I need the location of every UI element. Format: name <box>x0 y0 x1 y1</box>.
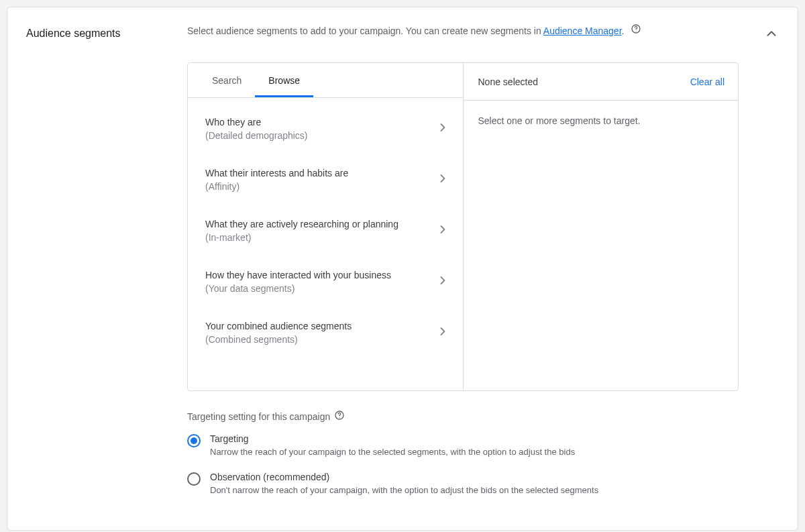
radio-title: Targeting <box>210 433 575 444</box>
category-title: How they have interacted with your busin… <box>205 268 428 282</box>
chevron-right-icon <box>436 325 449 341</box>
tab-search[interactable]: Search <box>199 63 255 97</box>
radio-observation[interactable]: Observation (recommended) Don't narrow t… <box>187 472 739 495</box>
selected-empty-text: Select one or more segments to target. <box>464 101 739 141</box>
tabs: Search Browse <box>188 63 463 98</box>
radio-button[interactable] <box>187 434 201 447</box>
intro-suffix: . <box>622 25 625 36</box>
chevron-right-icon <box>436 274 449 290</box>
category-sub: (Combined segments) <box>205 333 428 346</box>
category-sub: (Affinity) <box>205 180 428 193</box>
targeting-area: Targeting setting for this campaign Targ… <box>187 410 739 495</box>
panel-right: None selected Clear all Select one or mo… <box>464 63 739 390</box>
chevron-right-icon <box>436 172 449 188</box>
category-item-yourdata[interactable]: How they have interacted with your busin… <box>188 256 463 307</box>
svg-point-3 <box>339 417 340 418</box>
section-title: Audience segments <box>26 23 187 40</box>
category-item-demographics[interactable]: Who they are (Detailed demographics) <box>188 103 463 154</box>
help-icon[interactable] <box>631 23 641 34</box>
help-icon[interactable] <box>334 410 345 423</box>
collapse-button[interactable] <box>764 26 779 44</box>
radio-targeting[interactable]: Targeting Narrow the reach of your campa… <box>187 433 739 457</box>
audience-segments-card: Audience segments Select audience segmen… <box>7 7 798 531</box>
panel-left: Search Browse Who they are (Detailed dem… <box>188 63 464 390</box>
intro-text: Select audience segments to add to your … <box>187 23 752 38</box>
audience-manager-link[interactable]: Audience Manager <box>543 25 622 36</box>
category-item-affinity[interactable]: What their interests and habits are (Aff… <box>188 154 463 205</box>
svg-point-1 <box>636 31 637 32</box>
category-sub: (Your data segments) <box>205 282 428 295</box>
radio-title: Observation (recommended) <box>210 472 598 482</box>
category-item-inmarket[interactable]: What they are actively researching or pl… <box>188 205 463 256</box>
category-title: Your combined audience segments <box>205 319 428 333</box>
category-sub: (Detailed demographics) <box>205 129 428 142</box>
category-sub: (In-market) <box>205 231 428 244</box>
targeting-label: Targeting setting for this campaign <box>187 411 330 422</box>
chevron-right-icon <box>436 223 449 239</box>
radio-desc: Narrow the reach of your campaign to the… <box>210 447 575 457</box>
category-title: What their interests and habits are <box>205 166 428 180</box>
tab-browse[interactable]: Browse <box>255 63 313 97</box>
segments-panel: Search Browse Who they are (Detailed dem… <box>187 62 739 391</box>
selected-header: None selected <box>478 76 539 87</box>
category-title: Who they are <box>205 115 428 129</box>
category-list: Who they are (Detailed demographics) Wha… <box>188 98 463 364</box>
chevron-right-icon <box>436 121 449 137</box>
radio-desc: Don't narrow the reach of your campaign,… <box>210 485 598 495</box>
radio-button[interactable] <box>187 472 201 486</box>
intro-prefix: Select audience segments to add to your … <box>187 25 543 36</box>
category-title: What they are actively researching or pl… <box>205 217 428 231</box>
category-item-combined[interactable]: Your combined audience segments (Combine… <box>188 307 463 358</box>
clear-all-button[interactable]: Clear all <box>690 76 724 87</box>
